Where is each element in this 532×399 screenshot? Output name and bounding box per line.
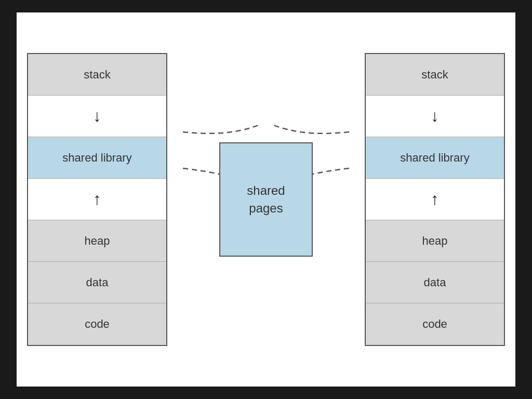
right-shared-library-block: shared library: [366, 137, 504, 179]
right-memory-stack: stack ↓ shared library ↑ heap data code: [365, 53, 505, 346]
right-data-block: data: [366, 262, 504, 303]
shared-pages-label: shared pages: [247, 182, 285, 217]
right-arrow-down-block: ↓: [366, 96, 504, 137]
left-heap-block: heap: [28, 220, 166, 262]
right-heap-block: heap: [366, 220, 504, 262]
diagram: stack ↓ shared library ↑ heap data code …: [17, 12, 515, 387]
left-arrow-down-block: ↓: [28, 96, 166, 137]
left-memory-stack: stack ↓ shared library ↑ heap data code: [27, 53, 167, 346]
center-area: shared pages: [167, 28, 365, 371]
right-code-block: code: [366, 303, 504, 345]
left-stack-block: stack: [28, 54, 166, 96]
right-arrow-up-block: ↑: [366, 179, 504, 220]
shared-pages-box: shared pages: [219, 142, 313, 257]
left-arrow-up-block: ↑: [28, 179, 166, 220]
left-code-block: code: [28, 303, 166, 345]
right-stack-block: stack: [366, 54, 504, 96]
left-shared-library-block: shared library: [28, 137, 166, 179]
left-data-block: data: [28, 262, 166, 303]
